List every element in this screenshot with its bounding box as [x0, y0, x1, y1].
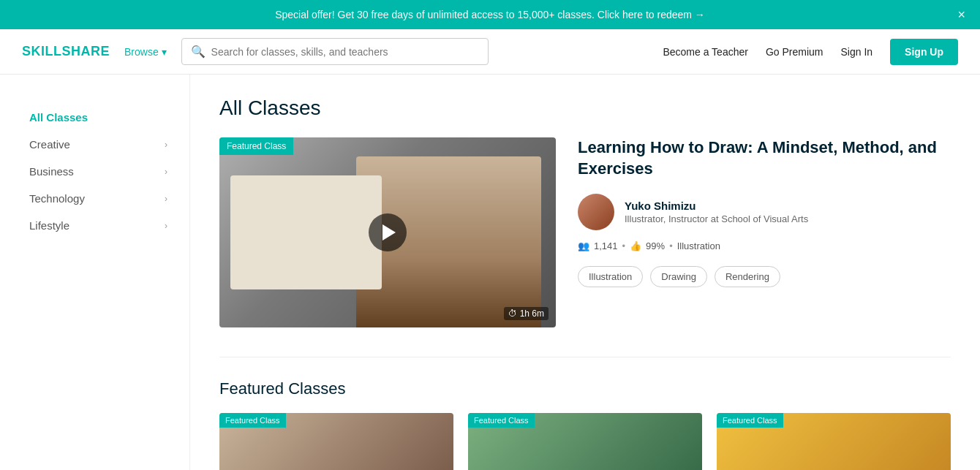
featured-class-card-3[interactable]: Featured Class [717, 413, 951, 470]
search-input[interactable] [211, 46, 479, 58]
chevron-right-icon: › [165, 140, 167, 150]
author-subtitle: Illustrator, Instructor at School of Vis… [625, 213, 808, 224]
chevron-right-icon: › [165, 167, 167, 177]
header: SKILLSHARE Browse ▾ 🔍 Become a Teacher G… [0, 29, 980, 75]
tag-drawing[interactable]: Drawing [650, 266, 707, 287]
search-icon: 🔍 [191, 45, 206, 58]
chevron-right-icon: › [165, 194, 167, 204]
sidebar-item-business[interactable]: Business › [29, 158, 167, 185]
sign-in-link[interactable]: Sign In [841, 46, 873, 58]
class-info: Learning How to Draw: A Mindset, Method,… [578, 137, 951, 327]
sidebar-item-label: Creative [29, 138, 70, 151]
page-title: All Classes [219, 96, 951, 120]
author-row: Yuko Shimizu Illustrator, Instructor at … [578, 194, 951, 230]
video-thumbnail[interactable]: Featured Class ⏱ 1h 6m [219, 137, 556, 327]
sidebar-item-label: All Classes [29, 111, 88, 124]
featured-badge: Featured Class [219, 137, 293, 155]
featured-badge-3: Featured Class [717, 413, 783, 428]
main-container: All Classes Creative › Business › Techno… [0, 75, 980, 470]
clock-icon: ⏱ [508, 308, 517, 319]
featured-class-card: Featured Class ⏱ 1h 6m Learning How to D… [219, 137, 951, 327]
duration-text: 1h 6m [520, 308, 544, 319]
class-title: Learning How to Draw: A Mindset, Method,… [578, 137, 951, 179]
stats-row: 👥 1,141 • 👍 99% • Illustration [578, 240, 951, 251]
signup-button[interactable]: Sign Up [890, 39, 958, 65]
students-count: 1,141 [594, 240, 618, 251]
tags-list: Illustration Drawing Rendering [578, 266, 951, 287]
featured-class-card-2[interactable]: Featured Class [468, 413, 702, 470]
dot-separator: • [622, 240, 626, 251]
author-details: Yuko Shimizu Illustrator, Instructor at … [625, 200, 808, 224]
students-icon: 👥 [578, 240, 589, 251]
video-duration: ⏱ 1h 6m [504, 307, 549, 320]
content-area: All Classes Featured Class ⏱ 1h 6m Learn… [190, 75, 980, 470]
browse-button[interactable]: Browse ▾ [124, 46, 167, 58]
chevron-right-icon: › [165, 221, 167, 231]
play-button[interactable] [369, 213, 407, 251]
promo-banner: Special offer! Get 30 free days of unlim… [0, 0, 980, 29]
author-name[interactable]: Yuko Shimizu [625, 200, 808, 212]
sidebar-item-label: Lifestyle [29, 219, 69, 232]
featured-badge-1: Featured Class [219, 413, 286, 428]
avatar [578, 194, 614, 230]
featured-class-card-1[interactable]: Featured Class [219, 413, 453, 470]
featured-badge-2: Featured Class [468, 413, 535, 428]
go-premium-link[interactable]: Go Premium [766, 46, 823, 58]
featured-classes-grid: Featured Class Featured Class Featured C… [219, 413, 951, 470]
sidebar-item-label: Technology [29, 192, 85, 205]
become-teacher-link[interactable]: Become a Teacher [663, 46, 747, 58]
thumbs-icon: 👍 [630, 240, 641, 251]
rating: 99% [646, 240, 665, 251]
search-bar: 🔍 [181, 38, 489, 65]
featured-classes-title: Featured Classes [219, 379, 951, 398]
sidebar: All Classes Creative › Business › Techno… [0, 75, 190, 470]
sidebar-item-lifestyle[interactable]: Lifestyle › [29, 212, 167, 239]
logo[interactable]: SKILLSHARE [22, 44, 110, 59]
dot-separator: • [669, 240, 673, 251]
sidebar-item-creative[interactable]: Creative › [29, 131, 167, 158]
header-nav: Become a Teacher Go Premium Sign In Sign… [663, 39, 958, 65]
tag-illustration[interactable]: Illustration [578, 266, 643, 287]
tag-rendering[interactable]: Rendering [715, 266, 780, 287]
thumbnail-paper [230, 175, 382, 289]
banner-text[interactable]: Special offer! Get 30 free days of unlim… [275, 9, 705, 20]
sidebar-item-label: Business [29, 165, 74, 178]
banner-close-button[interactable]: × [957, 7, 965, 23]
sidebar-item-technology[interactable]: Technology › [29, 185, 167, 212]
sidebar-item-all-classes[interactable]: All Classes [29, 104, 167, 131]
section-divider [219, 357, 951, 357]
category-label: Illustration [677, 240, 720, 251]
logo-text: SKILLSHARE [22, 44, 110, 58]
